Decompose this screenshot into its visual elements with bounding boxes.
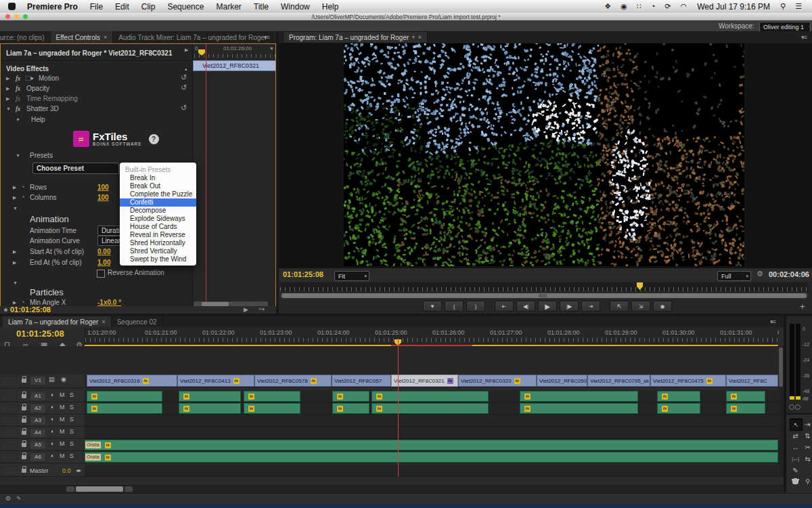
lift-button[interactable]: ⇱ bbox=[610, 301, 629, 312]
timeline-audio-clip[interactable]: fx bbox=[244, 391, 300, 402]
timeline-video-clip[interactable]: Viet2012_RF8C0316fx bbox=[87, 375, 177, 387]
speaker-icon[interactable]: ◖ bbox=[50, 416, 53, 423]
play-button[interactable]: ▶ bbox=[538, 301, 557, 312]
preset-option[interactable]: Complete the Puzzle bbox=[120, 190, 196, 198]
ec-header-expand-icon[interactable]: ▶ bbox=[185, 47, 188, 53]
speaker-icon[interactable]: ◖ bbox=[50, 440, 53, 447]
menu-item-sequence[interactable]: Sequence bbox=[167, 2, 204, 12]
razor-tool[interactable]: ✂ bbox=[802, 442, 812, 452]
track-name[interactable]: A1 bbox=[30, 391, 46, 401]
ec-effect-shatter3d[interactable]: ▼fx Shatter 3D ↺ bbox=[1, 104, 192, 114]
preset-option[interactable]: Confetti bbox=[120, 198, 196, 207]
speaker-icon[interactable]: ◖ bbox=[50, 452, 53, 459]
track-name[interactable]: A3 bbox=[30, 416, 46, 425]
pen-icon[interactable]: ✎ bbox=[16, 495, 22, 502]
input-source-icon[interactable]: ∷ bbox=[637, 2, 641, 11]
notification-center-icon[interactable]: ☰ bbox=[795, 2, 802, 11]
solo-track-button[interactable]: S bbox=[70, 428, 74, 435]
menu-item-edit[interactable]: Edit bbox=[115, 2, 129, 12]
mute-track-button[interactable]: M bbox=[60, 428, 65, 435]
timeline-horizontal-scrollbar[interactable] bbox=[0, 485, 785, 492]
menu-clock[interactable]: Wed Jul 17 9:16 PM bbox=[697, 2, 770, 12]
ec-playhead-line[interactable] bbox=[206, 44, 206, 301]
ec-play-edit-icon[interactable]: ▶ bbox=[244, 306, 248, 313]
track-header-a5[interactable]: A5◖MS bbox=[0, 439, 85, 451]
solo-track-button[interactable]: S bbox=[70, 452, 74, 459]
timeline-ruler[interactable]: 1:01:20:0001:01:21:0001:01:22:0001:01:23… bbox=[85, 327, 779, 346]
dropbox-icon[interactable]: ❖ bbox=[604, 2, 611, 11]
menu-item-file[interactable]: File bbox=[90, 2, 103, 12]
speaker-icon[interactable]: ◖ bbox=[50, 404, 53, 410]
menu-item-help[interactable]: Help bbox=[322, 2, 339, 12]
timeline-audio-clip[interactable]: fx bbox=[87, 391, 162, 402]
timeline-audio-clip[interactable]: fx bbox=[371, 403, 489, 414]
solo-track-button[interactable]: S bbox=[70, 404, 74, 410]
timeline-timecode[interactable]: 01:01:25:08 bbox=[16, 329, 64, 339]
speaker-icon[interactable]: ◖ bbox=[50, 391, 53, 398]
plugin-help-icon[interactable]: ? bbox=[149, 134, 159, 144]
track-name[interactable]: V1 bbox=[30, 376, 46, 385]
tab-sequence-liam[interactable]: Liam 7a – ungraded for Roger× bbox=[3, 316, 112, 327]
set-display-style-icon[interactable]: ▤ bbox=[49, 376, 55, 383]
tab-source[interactable]: urce: (no clips) bbox=[0, 31, 51, 43]
menu-item-clip[interactable]: Clip bbox=[141, 2, 156, 12]
zoom-level-dropdown[interactable]: Fit▾ bbox=[334, 271, 369, 281]
master-level-value[interactable]: 0.0 bbox=[62, 467, 71, 474]
preset-option[interactable]: House of Cards bbox=[120, 223, 196, 231]
track-name[interactable]: A5 bbox=[30, 440, 46, 450]
toggle-track-output-icon[interactable]: ◉ bbox=[61, 376, 66, 383]
rolling-edit-tool[interactable]: ⇅ bbox=[802, 430, 812, 441]
creative-cloud-icon[interactable]: ◉ bbox=[621, 2, 627, 11]
track-header-v1[interactable]: V1▤◉ bbox=[0, 375, 85, 388]
pen-tool[interactable]: ✎ bbox=[790, 465, 801, 475]
mute-track-button[interactable]: M bbox=[60, 416, 65, 423]
apple-menu-icon[interactable] bbox=[8, 3, 16, 10]
track-name[interactable]: A2 bbox=[30, 404, 46, 413]
selection-tool[interactable]: ↖ bbox=[790, 419, 803, 431]
timeline-video-clip[interactable]: Viet2012_RF8C bbox=[726, 375, 778, 387]
menu-item-title[interactable]: Title bbox=[254, 2, 269, 12]
step-forward-button[interactable]: |▶ bbox=[560, 301, 579, 312]
program-panel-menu-icon[interactable]: ▾≡ bbox=[801, 34, 809, 41]
add-panel-button[interactable]: + bbox=[800, 301, 805, 312]
track-lock-icon[interactable] bbox=[22, 455, 26, 459]
ec-timecode[interactable]: 01:01:25:08 bbox=[10, 305, 51, 314]
timeline-video-clip[interactable]: Viet2012_RF8C0321fx bbox=[391, 375, 458, 387]
timeline-music-clip[interactable]: Onstafx bbox=[85, 452, 778, 463]
ec-effect-motion[interactable]: ▶fx ⬚▸ Motion ↺ bbox=[1, 74, 192, 84]
preset-option[interactable]: Explode Sideways bbox=[120, 215, 196, 223]
track-header-a2[interactable]: A2◖MS bbox=[0, 402, 85, 415]
timeline-audio-clip[interactable]: fx bbox=[179, 391, 241, 402]
ec-collapse-icon[interactable]: ▴ bbox=[185, 66, 187, 72]
preset-option[interactable]: Break Out bbox=[120, 182, 196, 190]
mute-track-button[interactable]: M bbox=[60, 452, 65, 459]
ec-help-row[interactable]: ▼ Help bbox=[1, 115, 192, 125]
preset-option[interactable]: Shred Vertically bbox=[120, 247, 196, 255]
spotlight-icon[interactable]: ⚲ bbox=[780, 2, 786, 11]
playback-resolution-dropdown[interactable]: Full▾ bbox=[717, 271, 751, 281]
menu-item-premiere-pro[interactable]: Premiere Pro bbox=[27, 2, 78, 12]
track-name[interactable]: A4 bbox=[30, 428, 46, 438]
timeline-audio-clip[interactable]: fx bbox=[87, 403, 162, 414]
wifi-icon[interactable]: ◠ bbox=[681, 2, 687, 11]
step-back-button[interactable]: ◀| bbox=[516, 301, 535, 312]
mark-out-button[interactable]: } bbox=[466, 301, 485, 312]
preset-option[interactable]: Shred Horizontally bbox=[120, 239, 196, 247]
timeline-audio-clip[interactable]: fx bbox=[657, 403, 700, 414]
zoom-tool[interactable]: ⚲ bbox=[802, 476, 812, 487]
timeline-audio-clip[interactable]: fx bbox=[332, 403, 369, 414]
export-frame-button[interactable]: ◉ bbox=[653, 301, 672, 312]
mark-in-button[interactable]: { bbox=[445, 301, 464, 312]
timeline-audio-clip[interactable]: fx bbox=[726, 403, 765, 414]
sync-icon[interactable]: ⟳ bbox=[664, 2, 671, 11]
solo-track-button[interactable]: S bbox=[70, 416, 74, 423]
ec-send-icon[interactable]: ↪ bbox=[259, 305, 265, 313]
stopwatch-icon[interactable]: ◔ bbox=[21, 184, 24, 190]
speaker-icon[interactable]: ◖ bbox=[50, 428, 53, 435]
timeline-audio-clip[interactable]: fx bbox=[179, 403, 241, 414]
ripple-edit-tool[interactable]: ⇄ bbox=[790, 430, 801, 441]
workspace-dropdown[interactable]: Oliver editing 1 ▾ bbox=[759, 22, 811, 32]
track-lock-icon[interactable] bbox=[22, 379, 26, 383]
hand-tool[interactable] bbox=[790, 476, 801, 487]
preset-option[interactable]: Decompose bbox=[120, 207, 196, 215]
